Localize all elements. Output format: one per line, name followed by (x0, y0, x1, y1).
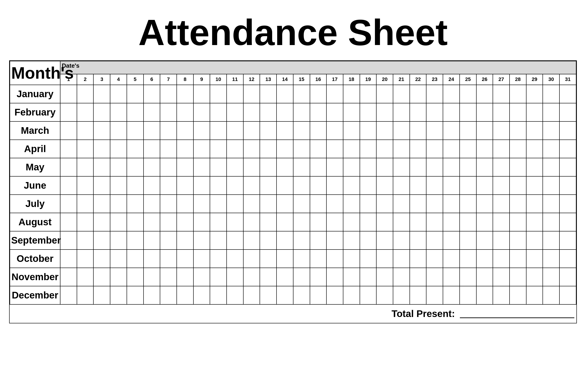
cell-may-6[interactable] (144, 158, 160, 176)
cell-july-21[interactable] (393, 195, 410, 213)
cell-may-15[interactable] (293, 158, 310, 176)
cell-november-3[interactable] (93, 268, 110, 286)
cell-october-3[interactable] (93, 250, 110, 268)
cell-november-19[interactable] (360, 268, 377, 286)
cell-june-13[interactable] (260, 176, 276, 195)
cell-november-13[interactable] (260, 268, 276, 286)
cell-february-21[interactable] (393, 103, 410, 122)
cell-february-12[interactable] (243, 103, 260, 122)
cell-january-29[interactable] (526, 85, 543, 103)
cell-december-5[interactable] (127, 286, 144, 304)
cell-march-22[interactable] (410, 122, 426, 140)
cell-december-11[interactable] (227, 286, 243, 304)
cell-february-29[interactable] (526, 103, 543, 122)
cell-february-22[interactable] (410, 103, 426, 122)
cell-november-17[interactable] (327, 268, 343, 286)
cell-april-21[interactable] (393, 140, 410, 158)
cell-june-15[interactable] (293, 176, 310, 195)
cell-april-19[interactable] (360, 140, 377, 158)
cell-december-18[interactable] (343, 286, 360, 304)
cell-july-26[interactable] (476, 195, 493, 213)
cell-june-21[interactable] (393, 176, 410, 195)
cell-may-17[interactable] (327, 158, 343, 176)
cell-february-19[interactable] (360, 103, 377, 122)
cell-august-31[interactable] (559, 213, 576, 231)
cell-may-11[interactable] (227, 158, 243, 176)
cell-january-22[interactable] (410, 85, 426, 103)
cell-may-7[interactable] (160, 158, 177, 176)
cell-november-8[interactable] (177, 268, 193, 286)
cell-september-24[interactable] (443, 231, 460, 250)
cell-april-4[interactable] (110, 140, 127, 158)
cell-september-4[interactable] (110, 231, 127, 250)
cell-november-7[interactable] (160, 268, 177, 286)
cell-august-30[interactable] (543, 213, 559, 231)
cell-september-2[interactable] (77, 231, 94, 250)
cell-june-7[interactable] (160, 176, 177, 195)
cell-december-10[interactable] (210, 286, 227, 304)
cell-january-1[interactable] (60, 85, 77, 103)
cell-august-9[interactable] (193, 213, 210, 231)
cell-january-13[interactable] (260, 85, 276, 103)
cell-september-10[interactable] (210, 231, 227, 250)
cell-june-25[interactable] (460, 176, 476, 195)
cell-february-8[interactable] (177, 103, 193, 122)
cell-september-29[interactable] (526, 231, 543, 250)
cell-january-25[interactable] (460, 85, 476, 103)
cell-january-8[interactable] (177, 85, 193, 103)
cell-april-1[interactable] (60, 140, 77, 158)
cell-january-14[interactable] (276, 85, 293, 103)
cell-august-6[interactable] (144, 213, 160, 231)
cell-january-10[interactable] (210, 85, 227, 103)
cell-march-31[interactable] (559, 122, 576, 140)
cell-august-13[interactable] (260, 213, 276, 231)
cell-august-19[interactable] (360, 213, 377, 231)
cell-july-4[interactable] (110, 195, 127, 213)
cell-september-20[interactable] (376, 231, 393, 250)
cell-july-5[interactable] (127, 195, 144, 213)
cell-february-2[interactable] (77, 103, 94, 122)
cell-april-14[interactable] (276, 140, 293, 158)
cell-december-16[interactable] (310, 286, 327, 304)
cell-october-9[interactable] (193, 250, 210, 268)
cell-april-22[interactable] (410, 140, 426, 158)
cell-july-27[interactable] (493, 195, 509, 213)
cell-october-2[interactable] (77, 250, 94, 268)
cell-august-2[interactable] (77, 213, 94, 231)
cell-september-14[interactable] (276, 231, 293, 250)
cell-april-9[interactable] (193, 140, 210, 158)
cell-december-23[interactable] (426, 286, 443, 304)
cell-may-21[interactable] (393, 158, 410, 176)
cell-february-5[interactable] (127, 103, 144, 122)
cell-april-15[interactable] (293, 140, 310, 158)
cell-february-26[interactable] (476, 103, 493, 122)
cell-june-16[interactable] (310, 176, 327, 195)
cell-december-28[interactable] (509, 286, 526, 304)
cell-december-21[interactable] (393, 286, 410, 304)
cell-august-15[interactable] (293, 213, 310, 231)
cell-march-20[interactable] (376, 122, 393, 140)
cell-february-14[interactable] (276, 103, 293, 122)
cell-april-6[interactable] (144, 140, 160, 158)
cell-january-24[interactable] (443, 85, 460, 103)
cell-march-25[interactable] (460, 122, 476, 140)
cell-may-28[interactable] (509, 158, 526, 176)
cell-august-25[interactable] (460, 213, 476, 231)
cell-october-17[interactable] (327, 250, 343, 268)
cell-june-19[interactable] (360, 176, 377, 195)
cell-july-10[interactable] (210, 195, 227, 213)
cell-august-3[interactable] (93, 213, 110, 231)
cell-july-9[interactable] (193, 195, 210, 213)
cell-august-22[interactable] (410, 213, 426, 231)
cell-april-28[interactable] (509, 140, 526, 158)
cell-april-5[interactable] (127, 140, 144, 158)
cell-january-9[interactable] (193, 85, 210, 103)
cell-october-18[interactable] (343, 250, 360, 268)
cell-january-3[interactable] (93, 85, 110, 103)
cell-november-20[interactable] (376, 268, 393, 286)
cell-july-1[interactable] (60, 195, 77, 213)
cell-april-18[interactable] (343, 140, 360, 158)
cell-august-10[interactable] (210, 213, 227, 231)
cell-january-21[interactable] (393, 85, 410, 103)
cell-june-5[interactable] (127, 176, 144, 195)
